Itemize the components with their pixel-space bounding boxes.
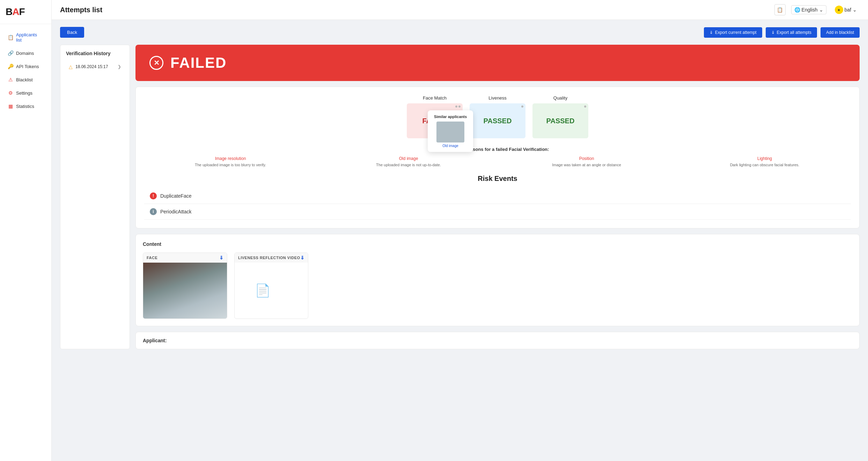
reason-desc-0: The uploaded image is too blurry to veri…: [144, 162, 317, 168]
liveness-dots: [521, 105, 523, 108]
blacklist-icon: ⚠: [8, 77, 13, 82]
settings-icon: ⚙: [8, 90, 13, 96]
verification-card: Face Match FAILED: [135, 87, 860, 228]
status-banner: ✕ FAILED: [135, 45, 860, 81]
export-current-button[interactable]: ⇓ Export current attempt: [704, 27, 762, 38]
face-file-card: FACE ⇓: [143, 253, 227, 319]
liveness-section: Liveness PASSED: [470, 95, 525, 138]
tooltip-image: [436, 122, 464, 142]
sidebar: BAF 📋 Applicants list 🔗 Domains 🔑 API To…: [0, 0, 52, 461]
history-item-date: 18.06.2024 15:17: [75, 64, 108, 69]
content-section-title: Content: [143, 241, 852, 247]
add-blacklist-button[interactable]: Add in blacklist: [821, 27, 860, 38]
tooltip-img-label: Old image: [432, 144, 469, 148]
user-selector[interactable]: ★ baf ⌄: [832, 4, 860, 15]
back-button[interactable]: Back: [60, 27, 84, 38]
header: Attempts list 📋 🌐 English ⌄ ★ baf ⌄: [52, 0, 868, 20]
tooltip-title: Similar applicants: [432, 115, 469, 119]
dot: [455, 105, 457, 108]
liveness-download-icon[interactable]: ⇓: [300, 255, 305, 261]
risk-event-0: ! DuplicateFace: [144, 188, 851, 204]
key-icon: 🔑: [8, 64, 13, 69]
language-label: English: [802, 7, 818, 13]
quality-box: PASSED: [532, 103, 588, 138]
sidebar-item-api-tokens[interactable]: 🔑 API Tokens: [2, 60, 49, 73]
dot: [521, 105, 523, 108]
quality-dots: [584, 105, 586, 108]
liveness-file-header: LIVENESS REFLECTION VIDEO ⇓: [235, 253, 308, 263]
applicant-section: Applicant:: [135, 332, 860, 349]
verification-history-panel: Verification History △ 18.06.2024 15:17 …: [60, 45, 130, 349]
domain-icon: 🔗: [8, 50, 13, 56]
toolbar: Back ⇓ Export current attempt ⇓ Export a…: [60, 27, 860, 38]
history-item-left: △ 18.06.2024 15:17: [69, 64, 108, 69]
reason-label-3: Lighting: [678, 156, 851, 161]
language-selector[interactable]: 🌐 English ⌄: [791, 5, 826, 14]
risk-event-name-0: DuplicateFace: [160, 193, 192, 199]
document-icon: 📄: [255, 283, 271, 298]
sidebar-item-label: Domains: [16, 51, 34, 56]
reason-desc-1: The uploaded image is not up-to-date.: [322, 162, 495, 168]
history-item[interactable]: △ 18.06.2024 15:17 ❯: [66, 60, 124, 73]
page-title: Attempts list: [60, 6, 102, 14]
risk-icon-high: !: [150, 192, 157, 199]
content-section: Content FACE ⇓: [135, 234, 860, 326]
stats-icon: ▦: [8, 103, 13, 109]
content-files-row: FACE ⇓ LIVENESS REFLECTION VIDEO ⇓: [143, 253, 852, 319]
export-icon-btn[interactable]: 📋: [774, 4, 786, 15]
globe-icon: 🌐: [794, 7, 800, 13]
dot: [584, 105, 586, 108]
sidebar-item-settings[interactable]: ⚙ Settings: [2, 87, 49, 99]
risk-event-name-1: PeriodicAttack: [160, 209, 191, 214]
reason-label-2: Position: [500, 156, 673, 161]
export-all-button[interactable]: ⇓ Export all attempts: [766, 27, 817, 38]
sidebar-item-label: Applicants list: [16, 32, 44, 43]
face-file-header: FACE ⇓: [143, 253, 227, 263]
logo-text: BAF: [6, 6, 46, 17]
liveness-status: PASSED: [484, 117, 512, 125]
face-download-icon[interactable]: ⇓: [219, 255, 224, 261]
download-icon: ⇓: [709, 30, 713, 35]
content-area: Back ⇓ Export current attempt ⇓ Export a…: [52, 20, 868, 461]
header-right: 📋 🌐 English ⌄ ★ baf ⌄: [774, 4, 860, 15]
failure-reasons: Possible reasons for a failed Facial Ver…: [144, 147, 851, 168]
list-icon: 📋: [8, 35, 13, 40]
liveness-video-label: LIVENESS REFLECTION VIDEO: [238, 256, 300, 260]
quality-label: Quality: [532, 95, 588, 101]
liveness-placeholder: 📄: [235, 263, 290, 319]
verification-history-title: Verification History: [66, 51, 124, 56]
face-match-wrapper: FAILED Similar applicants Old image: [407, 103, 463, 138]
chevron-right-icon: ❯: [118, 64, 121, 69]
reason-item-3: Lighting Dark lighting can obscure facia…: [678, 156, 851, 168]
reason-desc-3: Dark lighting can obscure facial feature…: [678, 162, 851, 168]
face-match-label: Face Match: [407, 95, 463, 101]
sidebar-item-statistics[interactable]: ▦ Statistics: [2, 100, 49, 112]
sidebar-item-label: API Tokens: [16, 64, 39, 69]
liveness-box: PASSED: [470, 103, 525, 138]
face-match-dots: [455, 105, 461, 108]
risk-icon-medium: i: [150, 208, 157, 215]
toolbar-actions: ⇓ Export current attempt ⇓ Export all at…: [704, 27, 860, 38]
failed-icon: ✕: [149, 56, 163, 70]
user-label: baf: [845, 7, 851, 13]
reason-item-2: Position Image was taken at an angle or …: [500, 156, 673, 168]
sidebar-item-label: Blacklist: [16, 77, 33, 82]
liveness-label: Liveness: [470, 95, 525, 101]
sidebar-item-applicants[interactable]: 📋 Applicants list: [2, 29, 49, 46]
face-image: [143, 263, 227, 319]
sidebar-item-label: Statistics: [16, 104, 34, 109]
risk-events-title: Risk Events: [144, 175, 851, 183]
liveness-file-card: LIVENESS REFLECTION VIDEO ⇓ 📄: [234, 253, 308, 319]
face-label: FACE: [147, 256, 157, 260]
dot: [458, 105, 461, 108]
sidebar-item-domains[interactable]: 🔗 Domains: [2, 47, 49, 59]
chevron-down-icon: ⌄: [819, 7, 823, 13]
sidebar-item-blacklist[interactable]: ⚠ Blacklist: [2, 73, 49, 86]
status-text: FAILED: [170, 54, 227, 71]
chevron-down-icon: ⌄: [853, 7, 857, 13]
reason-desc-2: Image was taken at an angle or distance: [500, 162, 673, 168]
logo: BAF: [0, 0, 51, 24]
download-icon: ⇓: [771, 30, 775, 35]
risk-event-1: i PeriodicAttack: [144, 204, 851, 220]
main-area: Attempts list 📋 🌐 English ⌄ ★ baf ⌄ Back…: [52, 0, 868, 461]
